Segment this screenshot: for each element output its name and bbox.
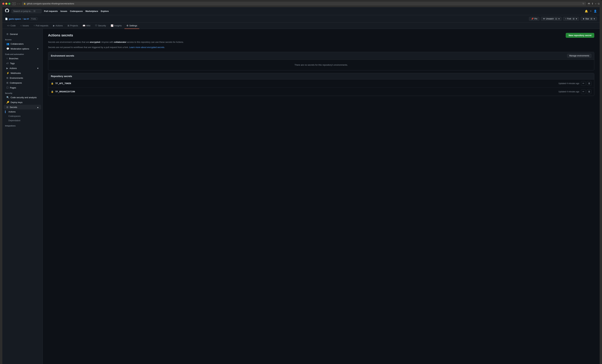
- pages-icon: ☐: [6, 86, 9, 89]
- minimize-button[interactable]: [5, 3, 7, 5]
- tab-settings[interactable]: ⚙ Settings: [124, 23, 139, 29]
- edit-secret-1-button[interactable]: ✏: [581, 81, 586, 86]
- new-item-icon[interactable]: +: [590, 10, 591, 13]
- actions-tab-icon: ▶: [53, 24, 55, 27]
- url-text: github.com/garis-space/iac-tf/settings/s…: [27, 2, 581, 5]
- sidebar-sub-item-secrets-codespaces[interactable]: Codespaces: [4, 114, 41, 118]
- actions-chevron-icon: ▾: [37, 67, 38, 70]
- learn-more-link[interactable]: Learn more about encrypted secrets: [129, 46, 164, 49]
- watch-dropdown-icon[interactable]: ▾: [559, 18, 559, 20]
- star-dropdown-icon[interactable]: ▾: [594, 18, 595, 20]
- pin-button[interactable]: 📌 Pin: [529, 17, 539, 21]
- add-tab-icon[interactable]: +: [595, 2, 596, 5]
- page-title: Actions secrets: [48, 33, 73, 37]
- sidebar-item-code-security[interactable]: 🔍 Code security and analysis: [4, 95, 41, 100]
- collaborator-bold: collaborator: [114, 41, 127, 43]
- repo-secrets-header: Repository secrets: [48, 73, 594, 79]
- tab-pull-requests[interactable]: ⑂ Pull requests: [32, 23, 50, 29]
- sidebar-item-deploy-keys[interactable]: 🔑 Deploy keys: [4, 100, 41, 105]
- tab-code[interactable]: <> Code: [5, 23, 18, 29]
- sidebar-item-general[interactable]: ⚙ General: [4, 32, 41, 36]
- edit-secret-2-button[interactable]: ✏: [581, 89, 586, 94]
- sidebar-item-webhooks[interactable]: ⚡ Webhooks: [4, 71, 41, 75]
- nav-issues[interactable]: Issues: [61, 10, 67, 12]
- nav-pull-requests[interactable]: Pull requests: [44, 10, 58, 12]
- github-nav: Pull requests Issues Codespaces Marketpl…: [44, 10, 109, 12]
- repo-owner-link[interactable]: garis-space: [9, 18, 21, 20]
- delete-secret-2-button[interactable]: 🗑: [587, 89, 591, 94]
- sidebar-item-secrets[interactable]: ⊞ Secrets ▴: [4, 105, 41, 109]
- sidebar-item-moderation[interactable]: 💬 Moderation options ▾: [4, 46, 41, 51]
- pin-icon: 📌: [531, 18, 534, 20]
- reload-icon[interactable]: ↻: [582, 2, 584, 5]
- delete-secret-1-button[interactable]: 🗑: [587, 81, 591, 86]
- repo-name-link[interactable]: iac-tf: [23, 18, 29, 20]
- user-avatar[interactable]: 👤: [594, 10, 597, 13]
- tabs-icon[interactable]: ⧉: [598, 2, 600, 5]
- codespaces-icon: ⊞: [6, 81, 8, 84]
- repo-action-buttons: 📌 Pin 👁 Unwatch 1 ▾ ⑂ Fork 0 ▾ ★ Star 0 …: [529, 17, 597, 21]
- repo-secrets-title: Repository secrets: [51, 75, 72, 78]
- tab-projects[interactable]: ⊞ Projects: [65, 23, 80, 29]
- sidebar-item-pages[interactable]: ☐ Pages: [4, 85, 41, 90]
- star-button[interactable]: ★ Star 0 ▾: [580, 17, 597, 21]
- eye-icon: 👁: [543, 18, 545, 20]
- sidebar-sub-item-secrets-dependabot[interactable]: Dependabot: [4, 118, 41, 123]
- branch-icon: ⑂: [6, 57, 8, 60]
- repo-visibility-badge: Public: [30, 17, 38, 20]
- sidebar-item-codespaces[interactable]: ⊞ Codespaces: [4, 80, 41, 85]
- fork-dropdown-icon[interactable]: ▾: [576, 18, 577, 20]
- tab-issues[interactable]: ○ Issues: [18, 23, 31, 29]
- tab-security[interactable]: 🛡 Security: [93, 23, 108, 29]
- close-button[interactable]: [2, 3, 4, 5]
- forward-button[interactable]: ›: [19, 2, 20, 5]
- ssl-lock-icon: 🔒: [23, 2, 26, 5]
- env-secrets-title: Environment secrets: [51, 54, 74, 57]
- sidebar-item-environments[interactable]: ⊞ Environments: [4, 75, 41, 80]
- browser-right-controls: ⬒ ⬆ + ⧉: [588, 2, 600, 5]
- secret-name-tf-api-token: TF_API_TOKEN: [55, 82, 557, 85]
- notifications-icon[interactable]: 🔔: [585, 10, 588, 13]
- github-logo[interactable]: [5, 9, 9, 14]
- tab-switcher-icon[interactable]: ⊞: [12, 2, 16, 5]
- share-icon[interactable]: ⬆: [591, 2, 594, 5]
- webhook-icon: ⚡: [6, 72, 9, 74]
- address-bar[interactable]: 🔒 github.com/garis-space/iac-tf/settings…: [22, 2, 586, 6]
- sidebar-item-collaborators[interactable]: 👥 Collaborators: [4, 42, 41, 46]
- new-secret-button[interactable]: New repository secret: [566, 33, 594, 38]
- manage-environments-button[interactable]: Manage environments: [567, 54, 591, 58]
- secret-row-tf-api-token: 🔒 TF_API_TOKEN Updated 4 minutes ago ✏ 🗑: [48, 79, 594, 88]
- sidebar-sub-item-secrets-actions[interactable]: Actions: [4, 110, 41, 114]
- env-secrets-header: Environment secrets Manage environments: [48, 52, 594, 60]
- search-label: Search or jump to...: [13, 10, 32, 12]
- watch-count: 1: [555, 18, 558, 20]
- sidebar-item-tags[interactable]: 🏷 Tags: [4, 61, 41, 66]
- search-bar[interactable]: Search or jump to... /: [11, 9, 42, 13]
- star-count: 0: [590, 18, 593, 20]
- browser-titlebar: ⊞ ‹ › 🔒 github.com/garis-space/iac-tf/se…: [2, 2, 600, 7]
- repo-path-separator: /: [22, 18, 22, 20]
- repo-tabs: <> Code ○ Issues ⑂ Pull requests ▶ Actio…: [2, 23, 600, 29]
- nav-codespaces[interactable]: Codespaces: [70, 10, 83, 12]
- sidebar-item-branches[interactable]: ⑂ Branches: [4, 56, 41, 61]
- tab-insights[interactable]: 📈 Insights: [109, 23, 124, 29]
- secret-lock-icon-2: 🔒: [51, 90, 54, 93]
- sidebar-section-security: Security: [2, 90, 43, 95]
- sidebar-item-actions[interactable]: ▶ Actions ▾: [4, 66, 41, 71]
- issues-tab-icon: ○: [20, 24, 22, 27]
- fork-button[interactable]: ⑂ Fork 0 ▾: [563, 17, 579, 21]
- repo-header: 📄 garis-space / iac-tf Public 📌 Pin 👁 Un…: [2, 15, 600, 23]
- search-slash-shortcut: /: [33, 10, 35, 12]
- star-icon: ★: [583, 18, 584, 20]
- watch-button[interactable]: 👁 Unwatch 1 ▾: [541, 17, 562, 21]
- back-button[interactable]: ‹: [18, 2, 18, 5]
- maximize-button[interactable]: [8, 3, 11, 5]
- tab-wiki[interactable]: 📖 Wiki: [81, 23, 92, 29]
- tab-actions[interactable]: ▶ Actions: [51, 23, 65, 29]
- nav-marketplace[interactable]: Marketplace: [86, 10, 98, 12]
- secret-updated-tf-organization: Updated 4 minutes ago: [559, 90, 579, 93]
- nav-explore[interactable]: Explore: [101, 10, 109, 12]
- cast-icon[interactable]: ⬒: [588, 2, 590, 5]
- encrypted-bold: encrypted: [90, 41, 100, 43]
- main-content: ⚙ General Access 👥 Collaborators 💬 Moder…: [2, 29, 600, 364]
